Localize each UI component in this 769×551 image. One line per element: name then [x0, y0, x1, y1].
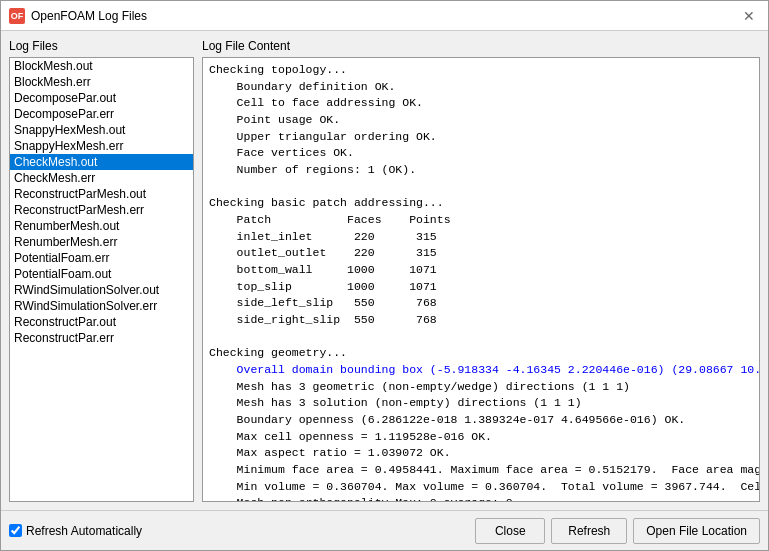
left-panel: Log Files BlockMesh.outBlockMesh.errDeco… — [9, 39, 194, 502]
log-file-item[interactable]: ReconstructPar.err — [10, 330, 193, 346]
open-file-location-button[interactable]: Open File Location — [633, 518, 760, 544]
log-content-label: Log File Content — [202, 39, 760, 53]
log-file-item[interactable]: PotentialFoam.out — [10, 266, 193, 282]
log-file-item[interactable]: RenumberMesh.err — [10, 234, 193, 250]
app-icon: OF — [9, 8, 25, 24]
log-files-list[interactable]: BlockMesh.outBlockMesh.errDecomposePar.o… — [9, 57, 194, 502]
log-content-area[interactable]: Checking topology... Boundary definition… — [202, 57, 760, 502]
log-file-item[interactable]: CheckMesh.out — [10, 154, 193, 170]
log-file-item[interactable]: DecomposePar.out — [10, 90, 193, 106]
right-panel: Log File Content Checking topology... Bo… — [202, 39, 760, 502]
log-file-item[interactable]: RWindSimulationSolver.out — [10, 282, 193, 298]
log-file-item[interactable]: PotentialFoam.err — [10, 250, 193, 266]
log-file-item[interactable]: BlockMesh.err — [10, 74, 193, 90]
log-file-item[interactable]: DecomposePar.err — [10, 106, 193, 122]
refresh-button[interactable]: Refresh — [551, 518, 627, 544]
window-title: OpenFOAM Log Files — [31, 9, 738, 23]
refresh-auto-label[interactable]: Refresh Automatically — [9, 524, 469, 538]
bottom-bar: Refresh Automatically Close Refresh Open… — [1, 510, 768, 550]
log-files-label: Log Files — [9, 39, 194, 53]
log-file-item[interactable]: ReconstructParMesh.err — [10, 202, 193, 218]
title-bar: OF OpenFOAM Log Files ✕ — [1, 1, 768, 31]
refresh-auto-checkbox[interactable] — [9, 524, 22, 537]
log-file-item[interactable]: RWindSimulationSolver.err — [10, 298, 193, 314]
refresh-auto-text: Refresh Automatically — [26, 524, 142, 538]
log-file-item[interactable]: ReconstructPar.out — [10, 314, 193, 330]
close-button[interactable]: Close — [475, 518, 545, 544]
main-content: Log Files BlockMesh.outBlockMesh.errDeco… — [1, 31, 768, 510]
log-file-item[interactable]: CheckMesh.err — [10, 170, 193, 186]
log-file-item[interactable]: SnappyHexMesh.err — [10, 138, 193, 154]
log-file-item[interactable]: ReconstructParMesh.out — [10, 186, 193, 202]
log-file-item[interactable]: BlockMesh.out — [10, 58, 193, 74]
log-file-item[interactable]: RenumberMesh.out — [10, 218, 193, 234]
log-file-item[interactable]: SnappyHexMesh.out — [10, 122, 193, 138]
main-window: OF OpenFOAM Log Files ✕ Log Files BlockM… — [0, 0, 769, 551]
close-window-button[interactable]: ✕ — [738, 5, 760, 27]
